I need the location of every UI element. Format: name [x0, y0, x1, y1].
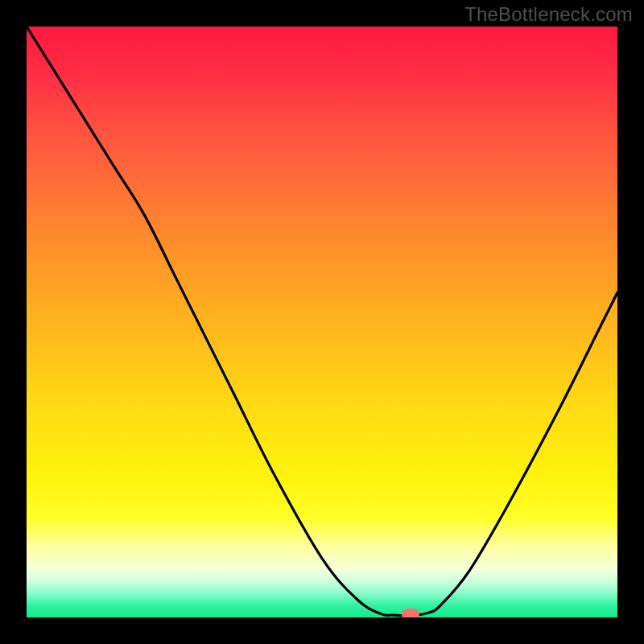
- plot-area: [27, 27, 617, 617]
- minimum-marker: [402, 609, 419, 617]
- chart-frame: TheBottleneck.com: [0, 0, 644, 644]
- watermark-text: TheBottleneck.com: [464, 3, 633, 26]
- curve-svg: [27, 27, 617, 617]
- bottleneck-curve: [27, 27, 617, 616]
